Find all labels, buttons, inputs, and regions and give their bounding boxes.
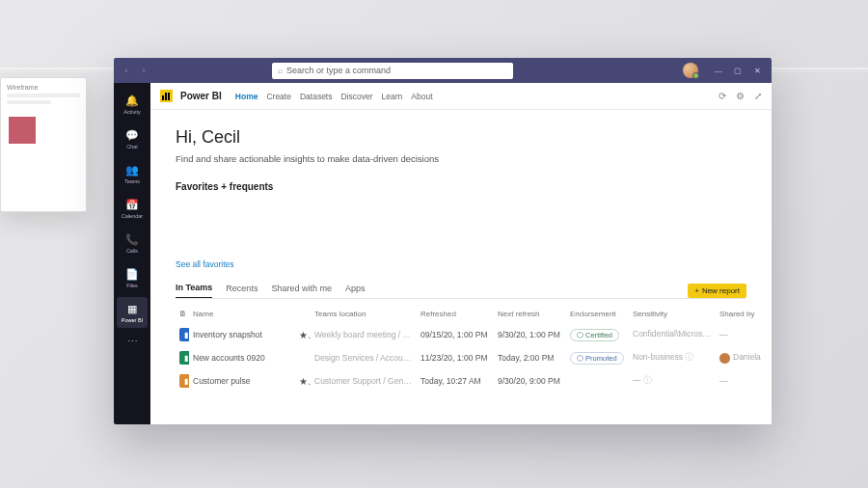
cell-endorsement: ⬡ Promoted xyxy=(566,346,629,369)
tab-learn[interactable]: Learn xyxy=(382,92,403,101)
forward-icon[interactable]: › xyxy=(137,64,150,77)
rail-powerbi[interactable]: ▦Power BI xyxy=(117,297,148,328)
search-input[interactable]: ⌕ Search or type a command xyxy=(272,63,513,79)
nav-arrows: ‹ › xyxy=(120,64,150,77)
tab-create[interactable]: Create xyxy=(266,92,291,101)
listtab-recents[interactable]: Recents xyxy=(226,284,258,298)
col-location[interactable]: Teams location xyxy=(311,305,417,323)
report-icon: ▮ xyxy=(179,374,189,388)
cell-endorsement: ⬡ Certified xyxy=(566,323,629,346)
favorites-heading: Favorites + frequents xyxy=(176,181,746,192)
listtab-apps[interactable]: Apps xyxy=(345,284,366,298)
close-button[interactable]: ✕ xyxy=(748,62,766,79)
minimize-button[interactable]: — xyxy=(710,62,727,79)
rail-chat[interactable]: 💬Chat xyxy=(117,123,148,154)
col-doc-icon: 🗎 xyxy=(176,305,189,323)
settings-icon[interactable]: ⚙ xyxy=(736,91,745,101)
report-table: 🗎 Name Teams location Refreshed Next ref… xyxy=(176,305,772,393)
bell-icon: 🔔 xyxy=(125,94,139,107)
rail-files[interactable]: 📄Files xyxy=(117,262,148,293)
powerbi-icon: ▦ xyxy=(125,302,139,315)
subtitle: Find and share actionable insights to ma… xyxy=(176,153,746,164)
cell-sensitivity: — ⓘ xyxy=(629,369,716,393)
app-rail: 🔔Activity 💬Chat 👥Teams 📅Calendar 📞Calls … xyxy=(114,83,150,424)
star-icon[interactable]: ★ xyxy=(295,323,311,346)
cell-shared: — xyxy=(716,369,772,393)
cell-refreshed: 11/23/20, 1:00 PM xyxy=(417,346,494,369)
search-icon: ⌕ xyxy=(278,66,283,75)
table-row[interactable]: ▮Inventory snapshot★Weekly board meeting… xyxy=(176,323,772,346)
endorsement-badge: ⬡ Certified xyxy=(570,329,619,341)
table-row[interactable]: ▮Customer pulse★Customer Support / Gener… xyxy=(176,369,772,393)
cell-refreshed: 09/15/20, 1:00 PM xyxy=(417,323,494,346)
file-icon: 📄 xyxy=(125,267,139,281)
teams-window: ‹ › ⌕ Search or type a command — ▢ ✕ 🔔Ac… xyxy=(114,58,772,424)
list-tabs: In Teams Recents Shared with me Apps + N… xyxy=(176,283,746,299)
tab-about[interactable]: About xyxy=(411,92,432,101)
cell-shared: — xyxy=(716,323,772,346)
listtab-in-teams[interactable]: In Teams xyxy=(176,283,212,299)
background-window: Wireframe xyxy=(0,77,87,212)
cell-next: Today, 2:00 PM xyxy=(494,346,566,369)
cell-location: Design Services / Accounts xyxy=(311,346,417,369)
powerbi-tabs: Home Create Datasets Discover Learn Abou… xyxy=(235,92,433,101)
cell-next: 9/30/20, 9:00 PM xyxy=(494,369,566,393)
rail-activity[interactable]: 🔔Activity xyxy=(117,89,148,120)
expand-icon[interactable]: ⤢ xyxy=(754,91,762,101)
listtab-shared[interactable]: Shared with me xyxy=(271,284,332,298)
cell-location: Customer Support / General xyxy=(311,369,417,393)
teams-icon: 👥 xyxy=(125,163,139,176)
phone-icon: 📞 xyxy=(125,232,139,246)
tab-datasets[interactable]: Datasets xyxy=(300,92,333,101)
maximize-button[interactable]: ▢ xyxy=(729,62,746,79)
see-all-link[interactable]: See all favorites xyxy=(176,259,746,269)
report-icon: ▮ xyxy=(179,351,189,365)
rail-teams[interactable]: 👥Teams xyxy=(117,158,148,189)
powerbi-logo-icon xyxy=(160,90,173,102)
calendar-icon: 📅 xyxy=(125,198,139,211)
cell-endorsement xyxy=(566,369,629,393)
tab-discover[interactable]: Discover xyxy=(340,92,372,101)
title-bar: ‹ › ⌕ Search or type a command — ▢ ✕ xyxy=(114,58,772,83)
chat-icon: 💬 xyxy=(125,128,139,142)
rail-calls[interactable]: 📞Calls xyxy=(117,228,148,258)
star-icon[interactable] xyxy=(295,346,311,369)
col-shared[interactable]: Shared by xyxy=(716,305,772,323)
endorsement-badge: ⬡ Promoted xyxy=(570,352,624,365)
col-name[interactable]: Name xyxy=(189,305,295,323)
rail-calendar[interactable]: 📅Calendar xyxy=(117,193,148,224)
tab-home[interactable]: Home xyxy=(235,92,258,101)
rail-more[interactable]: ⋯ xyxy=(123,332,142,352)
avatar-icon xyxy=(719,353,730,364)
greeting: Hi, Cecil xyxy=(176,127,746,148)
col-sensitivity[interactable]: Sensitivity xyxy=(629,305,716,323)
new-report-button[interactable]: + New report xyxy=(688,284,746,298)
table-header-row: 🗎 Name Teams location Refreshed Next ref… xyxy=(176,305,772,323)
col-refreshed[interactable]: Refreshed xyxy=(417,305,494,323)
table-row[interactable]: ▮New accounts 0920Design Services / Acco… xyxy=(176,346,772,369)
search-placeholder: Search or type a command xyxy=(286,66,391,75)
col-next[interactable]: Next refresh xyxy=(494,305,566,323)
user-avatar[interactable] xyxy=(683,63,698,78)
report-icon: ▮ xyxy=(179,328,189,341)
refresh-icon[interactable]: ⟳ xyxy=(719,91,726,101)
cell-name: Customer pulse xyxy=(189,369,295,393)
cell-sensitivity: Non-business ⓘ xyxy=(629,346,716,369)
cell-next: 9/30/20, 1:00 PM xyxy=(494,323,566,346)
star-icon[interactable]: ★ xyxy=(295,369,311,393)
back-icon[interactable]: ‹ xyxy=(120,64,133,77)
app-title: Power BI xyxy=(180,91,222,101)
col-endorsement[interactable]: Endorsement xyxy=(566,305,629,323)
cell-name: Inventory snapshot xyxy=(189,323,295,346)
cell-shared: Daniela xyxy=(716,346,772,369)
page: Power BI Home Create Datasets Discover L… xyxy=(150,83,772,424)
cell-name: New accounts 0920 xyxy=(189,346,295,369)
cell-refreshed: Today, 10:27 AM xyxy=(417,369,494,393)
cell-sensitivity: Confidential\Microsof… ⓘ xyxy=(629,323,716,346)
cell-location: Weekly board meeting / General xyxy=(311,323,417,346)
content: Hi, Cecil Find and share actionable insi… xyxy=(150,110,772,424)
powerbi-header: Power BI Home Create Datasets Discover L… xyxy=(150,83,772,110)
